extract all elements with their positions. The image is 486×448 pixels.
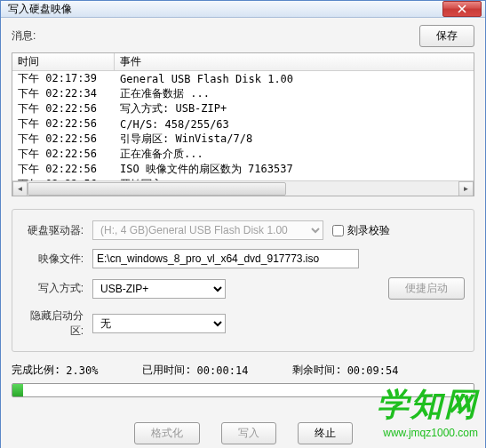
elapsed-value: 00:00:14 [197,364,249,377]
format-button: 格式化 [134,422,200,444]
close-button[interactable] [442,1,482,17]
log-col-event-header[interactable]: 事件 [115,54,474,69]
log-row[interactable]: 下午 02:22:56ISO 映像文件的扇区数为 7163537 [12,162,474,177]
close-icon [458,4,466,13]
log-time: 下午 02:22:56 [12,101,115,116]
image-input[interactable] [92,249,359,268]
window-title: 写入硬盘映像 [8,2,72,17]
progress-value: 2.30% [66,364,98,377]
verify-label: 刻录校验 [347,223,390,238]
verify-checkbox[interactable] [332,225,344,236]
message-row: 消息: 保存 [12,25,474,47]
hidden-boot-row: 隐藏启动分区: 无 [21,308,465,339]
log-row[interactable]: 下午 02:22:56C/H/S: 458/255/63 [12,116,474,132]
bottom-buttons: 格式化 写入 终止 [12,422,474,444]
message-label: 消息: [12,28,36,44]
image-row: 映像文件: [21,249,465,268]
log-time: 下午 02:22:56 [12,132,115,147]
log-row[interactable]: 下午 02:22:34正在准备数据 ... [12,86,474,101]
verify-checkbox-wrap[interactable]: 刻录校验 [332,223,390,238]
content-area: 消息: 保存 时间 事件 下午 02:17:39General USB Flas… [1,18,485,448]
log-body[interactable]: 下午 02:17:39General USB Flash Disk 1.00下午… [12,71,474,180]
drive-label: 硬盘驱动器: [21,223,92,238]
image-label: 映像文件: [21,252,92,267]
write-button: 写入 [221,422,276,444]
log-time: 下午 02:22:34 [12,86,115,101]
log-time: 下午 02:22:56 [12,147,115,162]
log-row[interactable]: 下午 02:17:39General USB Flash Disk 1.00 [12,71,474,86]
progress-bar [12,384,23,396]
log-time: 下午 02:17:39 [12,71,115,86]
hidden-boot-select[interactable]: 无 [92,314,226,333]
drive-row: 硬盘驱动器: (H:, 4 GB)General USB Flash Disk … [21,220,465,240]
hidden-boot-label: 隐藏启动分区: [21,308,92,339]
stop-button[interactable]: 终止 [298,422,353,444]
elapsed-label: 已用时间: [142,363,191,378]
log-row[interactable]: 下午 02:22:56正在准备介质... [12,147,474,162]
log-event: 正在准备介质... [115,147,474,162]
progress-bar-wrap [12,383,474,397]
titlebar: 写入硬盘映像 [1,1,485,18]
log-header: 时间 事件 [12,53,474,71]
log-time: 下午 02:22:56 [12,116,115,132]
log-event: C/H/S: 458/255/63 [115,118,474,131]
log-event: ISO 映像文件的扇区数为 7163537 [115,162,474,177]
stats-row: 完成比例: 2.30% 已用时间: 00:00:14 剩余时间: 00:09:5… [12,363,474,378]
dialog-window: 写入硬盘映像 消息: 保存 时间 事件 下午 02:17:39General U… [0,0,486,448]
log-time: 下午 02:22:56 [12,162,115,177]
log-panel: 时间 事件 下午 02:17:39General USB Flash Disk … [12,52,474,196]
write-mode-label: 写入方式: [21,281,92,296]
write-mode-select[interactable]: USB-ZIP+ [92,279,226,299]
log-event: 写入方式: USB-ZIP+ [115,101,474,116]
log-event: 正在准备数据 ... [115,86,474,101]
write-mode-row: 写入方式: USB-ZIP+ 便捷启动 [21,277,465,300]
log-event: General USB Flash Disk 1.00 [115,73,474,85]
hscroll-thumb[interactable] [28,182,286,196]
log-row[interactable]: 下午 02:22:56引导扇区: WinVista/7/8 [12,132,474,147]
save-button[interactable]: 保存 [419,25,474,47]
log-row[interactable]: 下午 02:22:56写入方式: USB-ZIP+ [12,101,474,116]
remaining-value: 00:09:54 [347,364,399,377]
scroll-right-icon[interactable]: ► [458,181,474,196]
quick-boot-button: 便捷启动 [388,277,465,300]
form-panel: 硬盘驱动器: (H:, 4 GB)General USB Flash Disk … [12,209,474,352]
drive-select: (H:, 4 GB)General USB Flash Disk 1.00 [92,220,323,240]
log-col-time-header[interactable]: 时间 [12,53,115,70]
hscroll-track[interactable] [28,181,458,196]
progress-label: 完成比例: [12,363,60,378]
remaining-label: 剩余时间: [292,363,341,378]
log-event: 引导扇区: WinVista/7/8 [115,132,474,147]
hscrollbar[interactable]: ◄ ► [12,180,474,196]
scroll-left-icon[interactable]: ◄ [12,181,28,196]
